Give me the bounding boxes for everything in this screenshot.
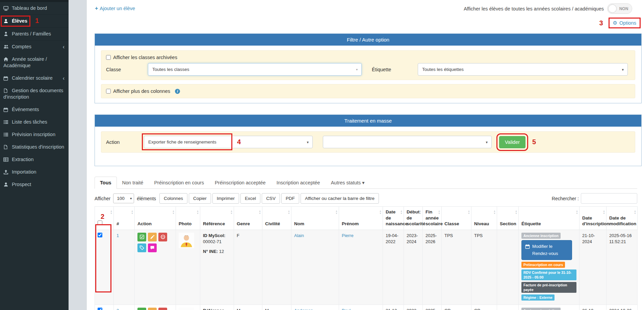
sidebar-item-annee-scolaire-academique[interactable]: Année scolaire / Académique: [0, 53, 69, 72]
add-student-link[interactable]: + Ajouter un élève: [95, 5, 135, 11]
column-header-date-de-modification[interactable]: Date de modification▲▼: [607, 207, 638, 230]
column-header-label: Photo: [179, 221, 191, 226]
ban-icon[interactable]: [158, 233, 167, 241]
tag-select[interactable]: Toutes les étiquettes ▾: [418, 63, 628, 76]
valider-button[interactable]: Valider: [499, 136, 525, 148]
row-number-link[interactable]: 1: [117, 233, 119, 238]
edit-icon[interactable]: [148, 233, 157, 241]
sort-icon[interactable]: ▲▼: [288, 210, 290, 214]
sort-icon[interactable]: ▲▼: [131, 210, 133, 214]
calendar-icon: [3, 76, 9, 81]
tab-preinscription-acceptee[interactable]: Préinscription acceptée: [209, 177, 271, 189]
export-button-imprimer[interactable]: Imprimer: [212, 193, 239, 204]
sidebar-item-statistiques-d-inscription[interactable]: Statistiques d'inscription: [0, 141, 69, 153]
cell-nom-link[interactable]: Alain: [294, 233, 304, 238]
sort-icon[interactable]: ▲▼: [438, 210, 440, 214]
cell-prenom-link[interactable]: Pierre: [342, 233, 354, 238]
sort-icon[interactable]: ▲▼: [230, 210, 233, 214]
cell-prenom-link[interactable]: Paul: [342, 308, 351, 310]
annotation-number-4: 4: [237, 138, 241, 146]
cell-nom-link[interactable]: Anderson: [294, 308, 313, 310]
column-header-genre[interactable]: Genre▲▼: [234, 207, 262, 230]
sidebar-item-gestion-des-documents-d-inscription[interactable]: Gestion des documents d'inscription: [0, 84, 69, 103]
export-button-copier[interactable]: Copier: [189, 193, 211, 204]
sort-icon[interactable]: ▲▼: [576, 210, 578, 214]
column-header-civilite[interactable]: Civilité▲▼: [262, 207, 291, 230]
column-header-date-de-naissance[interactable]: Date de naissance▲▼: [383, 207, 404, 230]
sort-icon[interactable]: ▲▼: [515, 210, 517, 214]
more-columns-checkbox[interactable]: [106, 89, 111, 94]
column-header-date-d-inscription[interactable]: Date d'inscription▲▼: [579, 207, 607, 230]
column-header-etiquette[interactable]: Étiquette▲▼: [519, 207, 579, 230]
sidebar-item-calendrier-scolaire[interactable]: Calendrier scolaire‹: [0, 72, 69, 84]
export-button-excel[interactable]: Excel: [240, 193, 260, 204]
column-header-nom[interactable]: Nom▲▼: [291, 207, 339, 230]
edit-icon[interactable]: [148, 308, 157, 310]
sort-icon[interactable]: ▲▼: [634, 210, 636, 214]
tab-non-traite[interactable]: Non traité: [117, 177, 149, 189]
sort-icon[interactable]: ▲▼: [379, 210, 382, 214]
cell-etiquettes: Ancienne inscriptionModifier le Rendez-v…: [519, 230, 579, 305]
sidebar-item-evenements[interactable]: Événements: [0, 103, 69, 116]
class-select[interactable]: Toutes les classes ▾: [148, 63, 362, 76]
modify-appointment-button[interactable]: Modifier le Rendez-vous: [521, 240, 572, 260]
row-number-link[interactable]: 2: [117, 308, 119, 310]
secondary-select[interactable]: ▾: [323, 136, 492, 148]
page-size-select[interactable]: 100 ▾: [113, 193, 134, 203]
row-checkbox[interactable]: [98, 308, 102, 310]
sidebar-item-label: Année scolaire / Académique: [3, 56, 47, 68]
column-header-action[interactable]: Action▲▼: [135, 207, 176, 230]
tag-icon[interactable]: [137, 243, 146, 252]
export-button-pdf[interactable]: PDF: [281, 193, 299, 204]
column-header-photo[interactable]: Photo▲▼: [176, 207, 200, 230]
sidebar-item-importation[interactable]: Importation: [0, 166, 69, 178]
export-button-colonnes[interactable]: Colonnes: [159, 193, 187, 204]
check-square-icon[interactable]: [137, 308, 146, 310]
select-all-checkbox[interactable]: [98, 221, 102, 225]
search-input[interactable]: [581, 193, 637, 204]
sort-icon[interactable]: ▲▼: [603, 210, 605, 214]
cell-photo: [176, 305, 200, 310]
export-button-csv[interactable]: CSV: [262, 193, 280, 204]
tab-preinscription-en-cours[interactable]: Préinscription en cours: [149, 177, 209, 189]
info-icon[interactable]: i: [175, 89, 180, 94]
sidebar-item-tableau-de-bord[interactable]: Tableau de bord: [0, 2, 69, 15]
sort-icon[interactable]: ▲▼: [110, 210, 112, 214]
sort-icon[interactable]: ▲▼: [259, 210, 261, 214]
sort-icon[interactable]: ▲▼: [419, 210, 421, 214]
column-header-section[interactable]: Section▲▼: [497, 207, 519, 230]
column-header-niveau[interactable]: Niveau▲▼: [471, 207, 497, 230]
column-header-reference[interactable]: Référence▲▼: [200, 207, 234, 230]
list-icon: [3, 132, 9, 137]
action-select[interactable]: Exporter fiche de renseignements ▾: [144, 136, 313, 148]
tab-inscription-acceptee[interactable]: Inscription acceptée: [271, 177, 326, 189]
tab-autres-statuts[interactable]: Autres statuts ▾: [326, 177, 370, 189]
chat-icon[interactable]: [148, 243, 157, 252]
sort-icon[interactable]: ▲▼: [197, 210, 199, 214]
sort-icon[interactable]: ▲▼: [493, 210, 496, 214]
sidebar-item-comptes[interactable]: Comptes‹: [0, 41, 69, 53]
sidebar-item-extraction[interactable]: Extraction: [0, 153, 69, 166]
sidebar-item-parents-familles[interactable]: Parents / Familles: [0, 28, 69, 41]
column-header-fin-annee-scolaire[interactable]: Fin année scolaire▲▼: [423, 207, 442, 230]
sort-icon[interactable]: ▲▼: [172, 210, 175, 214]
archived-classes-checkbox[interactable]: [106, 55, 111, 60]
options-button[interactable]: ⚙ Options: [609, 18, 641, 28]
column-header-debut-de-scolarite[interactable]: Début de scolarité▲▼: [404, 207, 423, 230]
export-button-afficher-ou-cacher-la-barre-de-filtre[interactable]: Afficher ou cacher la barre de filtre: [301, 193, 379, 204]
sort-icon[interactable]: ▲▼: [400, 210, 403, 214]
row-checkbox[interactable]: [98, 233, 102, 237]
sort-icon[interactable]: ▲▼: [335, 210, 338, 214]
sidebar-item-prevision-inscription[interactable]: Prévision inscription: [0, 128, 69, 141]
sidebar-item-eleves[interactable]: Élèves1: [0, 15, 69, 28]
ban-icon[interactable]: [158, 308, 167, 310]
check-square-icon[interactable]: [137, 233, 146, 241]
sidebar-item-liste-des-taches[interactable]: Liste des tâches: [0, 116, 69, 128]
column-header-[interactable]: #▲▼: [114, 207, 135, 230]
sort-icon[interactable]: ▲▼: [468, 210, 470, 214]
column-header-classe[interactable]: Classe▲▼: [442, 207, 471, 230]
tab-tous[interactable]: Tous: [95, 177, 117, 189]
all-years-toggle[interactable]: NON: [607, 3, 632, 14]
column-header-prenom[interactable]: Prénom▲▼: [339, 207, 383, 230]
sidebar-item-prospect[interactable]: Prospect: [0, 178, 69, 191]
